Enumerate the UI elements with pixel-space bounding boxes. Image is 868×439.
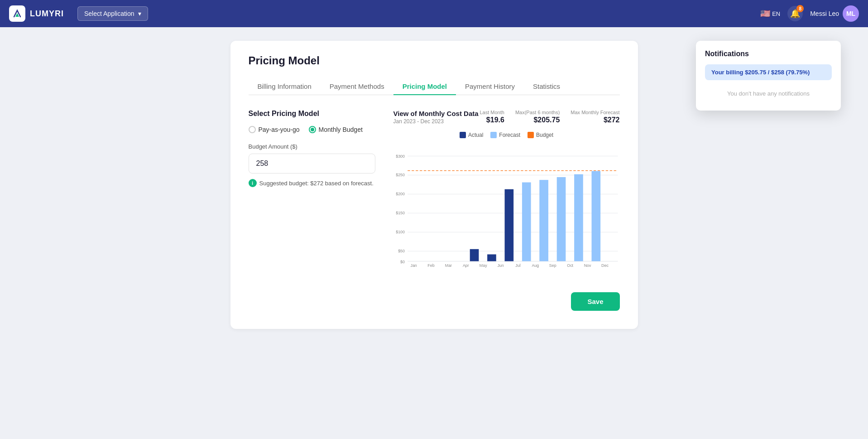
- user-menu[interactable]: Messi Leo ML: [810, 5, 859, 22]
- max-past-value: $205.75: [515, 116, 560, 124]
- max-forecast-value: $272: [571, 116, 619, 124]
- max-past-stat: Max(Past 6 months) $205.75: [515, 110, 560, 124]
- monthly-label: Monthly Budget: [319, 126, 363, 133]
- content-grid: Select Pricing Model Pay-as-you-go Month…: [249, 110, 620, 279]
- save-button[interactable]: Save: [571, 292, 619, 311]
- logo-text: LUMYRI: [30, 9, 64, 19]
- svg-text:$100: $100: [396, 230, 405, 234]
- chart-svg-area: $300 $250 $200 $150 $100 $50 $0: [393, 143, 620, 279]
- header-right: 🇺🇸 EN 🔔 8 Messi Leo ML: [760, 5, 859, 22]
- svg-text:$300: $300: [396, 154, 405, 159]
- payg-option[interactable]: Pay-as-you-go: [249, 126, 300, 133]
- tab-billing-information[interactable]: Billing Information: [249, 78, 321, 95]
- svg-text:Jun: Jun: [497, 263, 504, 268]
- chart-panel: View of Monthly Cost Data Jan 2023 - Dec…: [393, 110, 620, 279]
- budget-legend-label: Budget: [536, 132, 553, 138]
- legend-actual: Actual: [460, 132, 483, 138]
- chart-legend: Actual Forecast Budget: [393, 132, 620, 138]
- actual-legend-label: Actual: [468, 132, 483, 138]
- bar-nov-forecast: [574, 174, 583, 261]
- forecast-legend-label: Forecast: [499, 132, 520, 138]
- max-past-label: Max(Past 6 months): [515, 110, 560, 115]
- logo-area: LUMYRI: [9, 5, 64, 22]
- app-select-dropdown[interactable]: Select Application ▾: [77, 6, 148, 21]
- chart-header: View of Monthly Cost Data Jan 2023 - Dec…: [393, 110, 620, 125]
- last-month-value: $19.6: [480, 116, 504, 124]
- budget-legend-dot: [528, 132, 534, 138]
- bar-may-actual: [470, 249, 479, 261]
- max-forecast-label: Max Monthly Forecast: [571, 110, 619, 115]
- payg-radio[interactable]: [249, 126, 256, 133]
- suggestion-text: Suggested budget: $272 based on forecast…: [259, 180, 374, 187]
- pricing-radio-group: Pay-as-you-go Monthly Budget: [249, 126, 375, 133]
- header: LUMYRI Select Application ▾ 🇺🇸 EN 🔔 8 Me…: [0, 0, 868, 27]
- svg-text:Dec: Dec: [601, 263, 609, 268]
- chart-date-range: Jan 2023 - Dec 2023: [393, 118, 479, 125]
- no-notifications-text: You don't have any notifications: [705, 86, 832, 101]
- bar-jun-actual: [487, 254, 496, 261]
- notifications-panel: Notifications Your billing $205.75 / $25…: [696, 41, 841, 111]
- svg-text:$150: $150: [396, 211, 405, 215]
- bar-oct-forecast: [556, 177, 566, 261]
- legend-budget: Budget: [528, 132, 553, 138]
- tab-payment-methods[interactable]: Payment Methods: [321, 78, 393, 95]
- user-name: Messi Leo: [810, 10, 839, 17]
- svg-text:$250: $250: [396, 173, 405, 177]
- billing-alert: Your billing $205.75 / $258 (79.75%): [705, 64, 832, 80]
- bar-chart: $300 $250 $200 $150 $100 $50 $0: [393, 143, 620, 279]
- page-title: Pricing Model: [249, 54, 620, 67]
- last-month-label: Last Month: [480, 110, 504, 115]
- svg-text:Nov: Nov: [584, 263, 591, 268]
- forecast-legend-dot: [490, 132, 497, 138]
- svg-text:Aug: Aug: [532, 263, 539, 268]
- svg-text:Sep: Sep: [549, 263, 556, 268]
- save-row: Save: [249, 292, 620, 311]
- chart-title-area: View of Monthly Cost Data Jan 2023 - Dec…: [393, 110, 479, 125]
- svg-text:Jul: Jul: [515, 263, 520, 268]
- tabs-bar: Billing Information Payment Methods Pric…: [249, 78, 620, 95]
- select-pricing-model-title: Select Pricing Model: [249, 110, 375, 118]
- language-selector[interactable]: 🇺🇸 EN: [760, 9, 780, 19]
- notifications-title: Notifications: [705, 50, 832, 58]
- bar-aug-forecast: [522, 183, 531, 261]
- svg-text:May: May: [479, 263, 487, 268]
- svg-text:$50: $50: [398, 249, 405, 253]
- chart-title: View of Monthly Cost Data: [393, 110, 479, 117]
- monthly-budget-option[interactable]: Monthly Budget: [309, 126, 363, 133]
- chevron-down-icon: ▾: [138, 10, 141, 17]
- notifications-button[interactable]: 🔔 8: [787, 6, 803, 21]
- logo-icon: [9, 5, 25, 22]
- svg-text:$0: $0: [400, 260, 405, 264]
- app-select-label: Select Application: [84, 10, 134, 17]
- chart-stats: Last Month $19.6 Max(Past 6 months) $205…: [480, 110, 619, 124]
- tab-statistics[interactable]: Statistics: [524, 78, 569, 95]
- billing-alert-text: Your billing $205.75 / $258 (79.75%): [711, 69, 810, 76]
- tab-pricing-model[interactable]: Pricing Model: [393, 78, 456, 95]
- svg-text:Feb: Feb: [427, 263, 434, 268]
- pricing-selection-panel: Select Pricing Model Pay-as-you-go Month…: [249, 110, 375, 279]
- lang-code: EN: [772, 10, 780, 17]
- monthly-radio[interactable]: [309, 126, 316, 133]
- tab-payment-history[interactable]: Payment History: [456, 78, 524, 95]
- bar-jul-actual: [504, 189, 513, 261]
- flag-icon: 🇺🇸: [760, 9, 770, 19]
- bar-dec-forecast: [591, 171, 600, 261]
- budget-amount-label: Budget Amount ($): [249, 143, 375, 150]
- last-month-stat: Last Month $19.6: [480, 110, 504, 124]
- actual-legend-dot: [460, 132, 466, 138]
- notifications-badge: 8: [796, 5, 804, 12]
- suggestion-text-row: i Suggested budget: $272 based on foreca…: [249, 179, 375, 187]
- svg-text:Mar: Mar: [445, 263, 451, 268]
- pricing-card: Pricing Model Billing Information Paymen…: [230, 41, 638, 329]
- svg-text:Oct: Oct: [567, 263, 573, 268]
- avatar: ML: [843, 5, 859, 22]
- payg-label: Pay-as-you-go: [259, 126, 300, 133]
- svg-text:Apr: Apr: [462, 263, 469, 268]
- svg-text:Jan: Jan: [410, 263, 417, 268]
- svg-text:$200: $200: [396, 192, 405, 196]
- legend-forecast: Forecast: [490, 132, 520, 138]
- max-forecast-stat: Max Monthly Forecast $272: [571, 110, 619, 124]
- bar-sep-forecast: [539, 180, 548, 261]
- info-icon: i: [249, 179, 257, 187]
- budget-amount-input[interactable]: [249, 154, 375, 174]
